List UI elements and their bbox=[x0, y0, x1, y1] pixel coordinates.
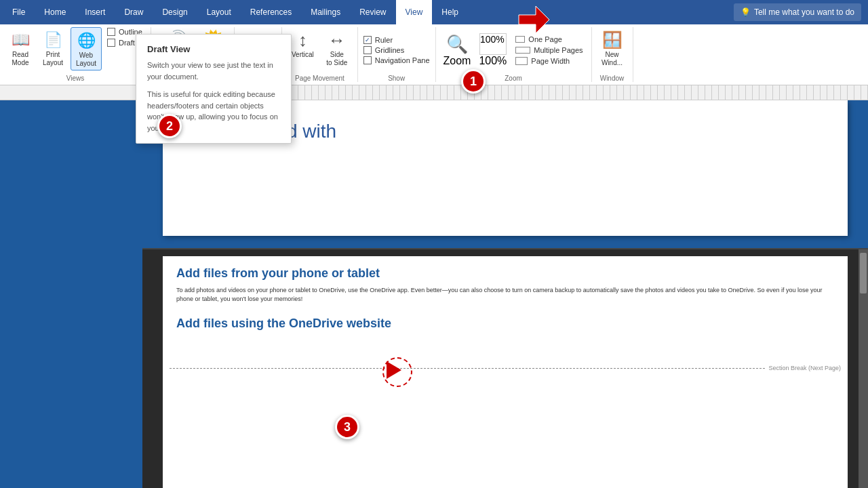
new-window-label: NewWind... bbox=[601, 51, 623, 67]
tab-file[interactable]: File bbox=[3, 0, 35, 24]
zoom-icon: 🔍 bbox=[446, 34, 468, 55]
step-1-number: 1 bbox=[470, 75, 477, 89]
ribbon-controls: 📖 ReadMode 📄 PrintLayout 🌐 WebLayout Out… bbox=[0, 24, 868, 85]
step-1-indicator: 1 bbox=[461, 69, 486, 94]
ruler-checkbox bbox=[363, 36, 372, 44]
tab-bar: File Home Insert Draw Design Layout Refe… bbox=[0, 0, 868, 24]
draft-label: Draft bbox=[119, 39, 135, 47]
multiple-pages-icon bbox=[515, 47, 530, 54]
page-width-button[interactable]: Page Width bbox=[513, 56, 585, 66]
gridlines-label: Gridlines bbox=[375, 46, 404, 54]
step-3-indicator: 3 bbox=[335, 415, 359, 439]
section-break: Section Break (Next Page) bbox=[163, 365, 848, 371]
step-2-number: 2 bbox=[166, 119, 173, 134]
show-label: Show bbox=[388, 73, 405, 82]
doc-bottom-inner: Section Break (Next Page) Add files from… bbox=[163, 256, 848, 488]
print-layout-button[interactable]: 📄 PrintLayout bbox=[38, 27, 68, 69]
ruler-toggle[interactable]: Ruler bbox=[363, 36, 393, 44]
zoom-group: 🔍 Zoom 100% 100% One Page Multiple Pages bbox=[436, 27, 592, 82]
read-mode-label: ReadMode bbox=[12, 51, 28, 67]
section-break-line bbox=[170, 368, 765, 369]
tooltip-line1: Switch your view to see just the text in… bbox=[147, 60, 280, 82]
views-group: 📖 ReadMode 📄 PrintLayout 🌐 WebLayout Out… bbox=[0, 27, 151, 82]
print-layout-icon: 📄 bbox=[42, 29, 64, 51]
zoom-content: 🔍 Zoom 100% 100% One Page Multiple Pages bbox=[441, 27, 586, 73]
window-content: 🪟 NewWind... bbox=[597, 27, 627, 73]
svg-marker-0 bbox=[519, 6, 549, 33]
nav-pane-label: Navigation Pane bbox=[375, 56, 430, 64]
tab-design[interactable]: Design bbox=[153, 0, 197, 24]
read-mode-button[interactable]: 📖 ReadMode bbox=[5, 27, 35, 69]
web-layout-icon: 🌐 bbox=[75, 30, 97, 52]
vertical-icon: ↕ bbox=[292, 29, 313, 51]
scrollbar-thumb[interactable] bbox=[860, 253, 867, 293]
doc-heading-2: Add files using the OneDrive website bbox=[163, 303, 848, 336]
tooltip-title: Draft View bbox=[147, 44, 280, 54]
main-area: Get started with Section Break (Next Pag… bbox=[0, 100, 868, 488]
doc-heading-1: Add files from your phone or tablet bbox=[163, 256, 848, 286]
tab-home[interactable]: Home bbox=[35, 0, 75, 24]
tell-me-text: Tell me what you want to do bbox=[754, 7, 854, 17]
zoom-percent-icon: 100% bbox=[479, 33, 507, 55]
lightbulb-icon: 💡 bbox=[741, 7, 751, 17]
new-window-button[interactable]: 🪟 NewWind... bbox=[597, 27, 627, 69]
gridlines-checkbox bbox=[363, 46, 372, 54]
show-group: Ruler Gridlines Navigation Pane Show bbox=[358, 27, 436, 82]
tab-view[interactable]: View bbox=[396, 0, 433, 24]
doc-area: Get started with Section Break (Next Pag… bbox=[142, 100, 868, 488]
ruler-label: Ruler bbox=[375, 36, 393, 44]
page-movement-label: Page Movement bbox=[295, 73, 344, 82]
draft-checkbox bbox=[107, 39, 115, 47]
vertical-label: Vertical bbox=[292, 51, 314, 59]
tab-layout[interactable]: Layout bbox=[197, 0, 241, 24]
multiple-pages-button[interactable]: Multiple Pages bbox=[513, 45, 585, 55]
zoom-button[interactable]: 🔍 Zoom bbox=[441, 32, 473, 69]
window-group: 🪟 NewWind... Window bbox=[592, 27, 633, 82]
tab-help[interactable]: Help bbox=[432, 0, 468, 24]
gridlines-toggle[interactable]: Gridlines bbox=[363, 46, 404, 54]
views-buttons: 📖 ReadMode 📄 PrintLayout 🌐 WebLayout Out… bbox=[5, 27, 145, 73]
tab-draw[interactable]: Draw bbox=[115, 0, 153, 24]
zoom-percent-label: 100% bbox=[479, 55, 507, 67]
new-window-icon: 🪟 bbox=[601, 29, 623, 51]
tab-insert[interactable]: Insert bbox=[75, 0, 115, 24]
doc-body-1: To add photos and videos on your phone o… bbox=[163, 286, 848, 303]
step-2-indicator: 2 bbox=[157, 114, 182, 138]
views-label: Views bbox=[66, 73, 85, 82]
section-break-label: Section Break (Next Page) bbox=[768, 365, 841, 371]
tab-mailings[interactable]: Mailings bbox=[301, 0, 350, 24]
step-3-number: 3 bbox=[344, 420, 351, 434]
ruler-area bbox=[0, 85, 868, 100]
multiple-pages-label: Multiple Pages bbox=[534, 46, 583, 54]
page-width-label: Page Width bbox=[531, 57, 570, 65]
print-layout-label: PrintLayout bbox=[43, 51, 63, 67]
zoom-label: Zoom bbox=[443, 55, 471, 67]
side-to-side-label: Sideto Side bbox=[326, 51, 347, 67]
window-label: Window bbox=[600, 73, 625, 82]
show-content: Ruler Gridlines Navigation Pane bbox=[363, 27, 430, 73]
doc-page-bottom: Section Break (Next Page) Add files from… bbox=[142, 249, 868, 488]
red-arrow-1 bbox=[515, 3, 549, 39]
web-layout-button[interactable]: 🌐 WebLayout bbox=[71, 27, 102, 70]
zoom-percent-button[interactable]: 100% 100% bbox=[477, 31, 509, 69]
navigation-pane-toggle[interactable]: Navigation Pane bbox=[363, 56, 430, 64]
side-to-side-button[interactable]: ↔ Sideto Side bbox=[322, 27, 352, 69]
vertical-button[interactable]: ↕ Vertical bbox=[288, 27, 318, 61]
tab-review[interactable]: Review bbox=[350, 0, 395, 24]
red-arrow-2 bbox=[387, 361, 401, 379]
tell-me-box[interactable]: 💡 Tell me what you want to do bbox=[734, 3, 861, 21]
side-to-side-icon: ↔ bbox=[326, 29, 348, 51]
tab-references[interactable]: References bbox=[241, 0, 301, 24]
page-movement-group: ↕ Vertical ↔ Sideto Side Page Movement bbox=[282, 27, 358, 82]
scrollbar-vertical[interactable] bbox=[859, 249, 868, 488]
zoom-group-label: Zoom bbox=[505, 73, 522, 82]
web-layout-label: WebLayout bbox=[76, 52, 96, 68]
read-mode-icon: 📖 bbox=[9, 29, 31, 51]
outline-checkbox bbox=[107, 28, 115, 36]
nav-pane-checkbox bbox=[363, 56, 372, 64]
page-movement-content: ↕ Vertical ↔ Sideto Side bbox=[288, 27, 352, 73]
left-panel bbox=[0, 100, 142, 488]
page-width-icon bbox=[515, 57, 528, 65]
